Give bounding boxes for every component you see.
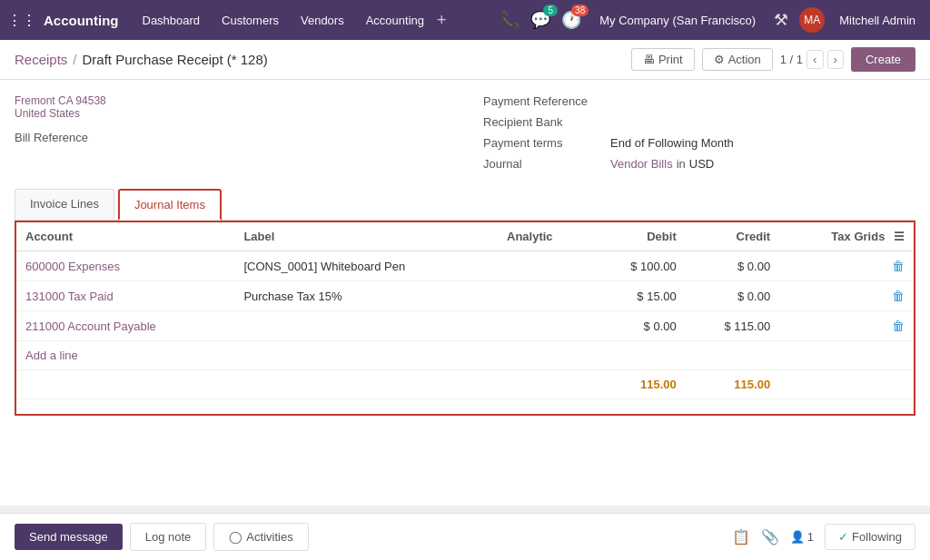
row2-delete[interactable]: 🗑 <box>779 281 915 311</box>
chat-badge: 5 <box>543 5 558 16</box>
totals-row: 115.00 115.00 <box>15 370 915 399</box>
row3-credit: $ 115.00 <box>686 311 779 341</box>
table-row: 211000 Account Payable $ 0.00 $ 115.00 🗑 <box>15 311 915 341</box>
tab-journal-items[interactable]: Journal Items <box>118 189 222 221</box>
add-line-row[interactable]: Add a line <box>15 341 915 370</box>
delete-icon[interactable]: 🗑 <box>892 259 905 273</box>
action-label: Action <box>728 53 761 66</box>
totals-spacer <box>779 370 915 399</box>
breadcrumb-parent[interactable]: Receipts <box>15 52 67 67</box>
row3-delete[interactable]: 🗑 <box>779 311 915 341</box>
payment-reference-row: Payment Reference <box>483 94 915 108</box>
journal-currency: USD <box>689 157 714 171</box>
payment-terms-label: Payment terms <box>483 136 610 150</box>
form-left: Fremont CA 94538 United States Bill Refe… <box>15 94 447 178</box>
address-line2: United States <box>15 107 447 120</box>
nav-icons: 📞 💬 5 🕐 38 My Company (San Francisco) ⚒ … <box>500 7 915 33</box>
filter-icon[interactable]: ☰ <box>894 230 905 243</box>
row1-credit: $ 0.00 <box>686 251 779 281</box>
nav-customers[interactable]: Customers <box>213 10 288 31</box>
col-label: Label <box>234 221 498 251</box>
tab-invoice-lines[interactable]: Invoice Lines <box>15 189 114 220</box>
app-brand: Accounting <box>44 13 119 28</box>
address-line1: Fremont CA 94538 <box>15 94 447 107</box>
add-line-cell[interactable]: Add a line <box>15 341 915 370</box>
breadcrumb-separator: / <box>73 52 76 67</box>
table-row: 600000 Expenses [CONS_0001] Whiteboard P… <box>15 251 915 281</box>
row1-analytic <box>498 251 591 281</box>
activity-icon[interactable]: 🕐 38 <box>561 10 581 30</box>
row3-debit: $ 0.00 <box>591 311 685 341</box>
recipient-bank-label: Recipient Bank <box>483 115 610 129</box>
main-content: Fremont CA 94538 United States Bill Refe… <box>0 80 930 506</box>
journal-row: Journal Vendor Bills in USD <box>483 157 915 171</box>
print-button[interactable]: 🖶 Print <box>631 48 695 71</box>
page-info: 1 / 1 <box>780 53 803 66</box>
nav-dashboard[interactable]: Dashboard <box>134 10 210 31</box>
col-debit: Debit <box>591 221 685 251</box>
row3-label <box>234 311 498 341</box>
journal-in: in <box>677 157 686 171</box>
row1-account[interactable]: 600000 Expenses <box>15 251 234 281</box>
nav-vendors[interactable]: Vendors <box>292 10 353 31</box>
form-right: Payment Reference Recipient Bank Payment… <box>483 94 915 178</box>
delete-icon[interactable]: 🗑 <box>892 289 905 303</box>
breadcrumb: Receipts / Draft Purchase Receipt (* 128… <box>15 52 268 67</box>
row2-label: Purchase Tax 15% <box>234 281 498 311</box>
journal-label: Journal <box>483 157 610 171</box>
nav-accounting[interactable]: Accounting <box>357 10 433 31</box>
journal-value[interactable]: Vendor Bills <box>610 157 673 171</box>
col-account: Account <box>15 221 234 251</box>
breadcrumb-current: Draft Purchase Receipt (* 128) <box>83 52 268 67</box>
chat-icon[interactable]: 💬 5 <box>530 10 550 30</box>
gear-icon: ⚙ <box>714 53 725 66</box>
breadcrumb-actions: 🖶 Print ⚙ Action 1 / 1 ‹ › Create <box>631 47 915 72</box>
grid-icon[interactable]: ⋮⋮ <box>7 12 36 29</box>
row2-analytic <box>498 281 591 311</box>
action-button[interactable]: ⚙ Action <box>702 48 773 71</box>
total-debit: 115.00 <box>591 370 685 399</box>
total-credit: 115.00 <box>686 370 779 399</box>
row1-label: [CONS_0001] Whiteboard Pen <box>234 251 498 281</box>
delete-icon[interactable]: 🗑 <box>892 319 905 333</box>
row3-analytic <box>498 311 591 341</box>
tabs: Invoice Lines Journal Items <box>15 189 915 221</box>
spacer-row <box>15 399 915 416</box>
breadcrumb-bar: Receipts / Draft Purchase Receipt (* 128… <box>0 40 930 80</box>
col-tax-grids: Tax Grids ☰ <box>779 221 915 251</box>
form-section: Fremont CA 94538 United States Bill Refe… <box>15 94 915 178</box>
user-name[interactable]: Mitchell Admin <box>839 14 915 27</box>
payment-terms-row: Payment terms End of Following Month <box>483 136 915 150</box>
printer-icon: 🖶 <box>643 53 655 66</box>
journal-items-table: Account Label Analytic Debit Credit Tax … <box>15 221 915 416</box>
row3-account[interactable]: 211000 Account Payable <box>15 311 234 341</box>
activity-badge: 38 <box>571 5 589 16</box>
col-analytic: Analytic <box>498 221 591 251</box>
top-navigation: ⋮⋮ Accounting Dashboard Customers Vendor… <box>0 0 930 40</box>
pagination: 1 / 1 ‹ › <box>780 50 844 69</box>
create-button[interactable]: Create <box>851 47 915 72</box>
row1-delete[interactable]: 🗑 <box>779 251 915 281</box>
row2-debit: $ 15.00 <box>591 281 685 311</box>
table-row: 131000 Tax Paid Purchase Tax 15% $ 15.00… <box>15 281 915 311</box>
payment-reference-label: Payment Reference <box>483 94 610 108</box>
payment-terms-value: End of Following Month <box>610 136 734 150</box>
next-page-button[interactable]: › <box>827 50 844 69</box>
bill-reference-label: Bill Reference <box>15 131 447 144</box>
col-credit: Credit <box>686 221 779 251</box>
tabs-container: Invoice Lines Journal Items Account Labe… <box>15 189 915 416</box>
avatar[interactable]: MA <box>799 7 825 33</box>
recipient-bank-row: Recipient Bank <box>483 115 915 129</box>
prev-page-button[interactable]: ‹ <box>806 50 823 69</box>
print-label: Print <box>658 53 683 66</box>
add-menu-button[interactable]: + <box>437 11 447 30</box>
row2-credit: $ 0.00 <box>686 281 779 311</box>
settings-icon[interactable]: ⚒ <box>774 10 788 30</box>
row2-account[interactable]: 131000 Tax Paid <box>15 281 234 311</box>
phone-icon[interactable]: 📞 <box>500 10 519 30</box>
company-selector[interactable]: My Company (San Francisco) <box>599 14 756 27</box>
row1-debit: $ 100.00 <box>591 251 685 281</box>
